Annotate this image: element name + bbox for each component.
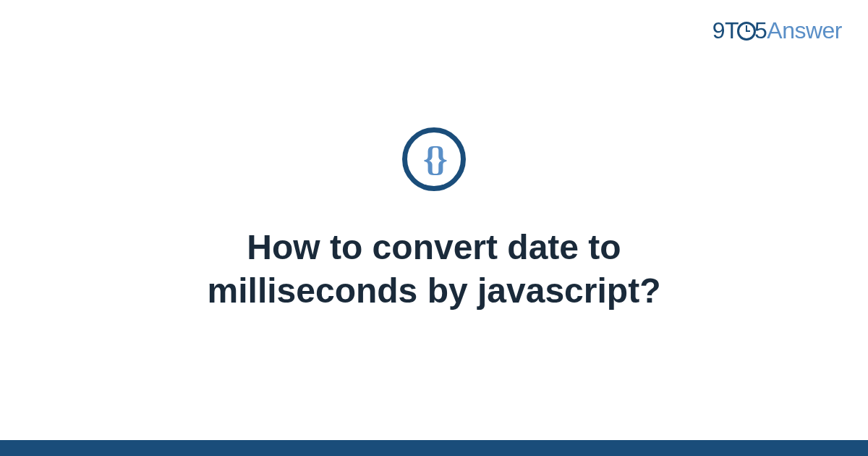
topic-badge: {} [402,127,466,191]
main-content: {} How to convert date to milliseconds b… [0,0,868,440]
footer-accent-bar [0,440,868,456]
code-braces-icon: {} [423,142,445,177]
question-title: How to convert date to milliseconds by j… [109,226,760,313]
